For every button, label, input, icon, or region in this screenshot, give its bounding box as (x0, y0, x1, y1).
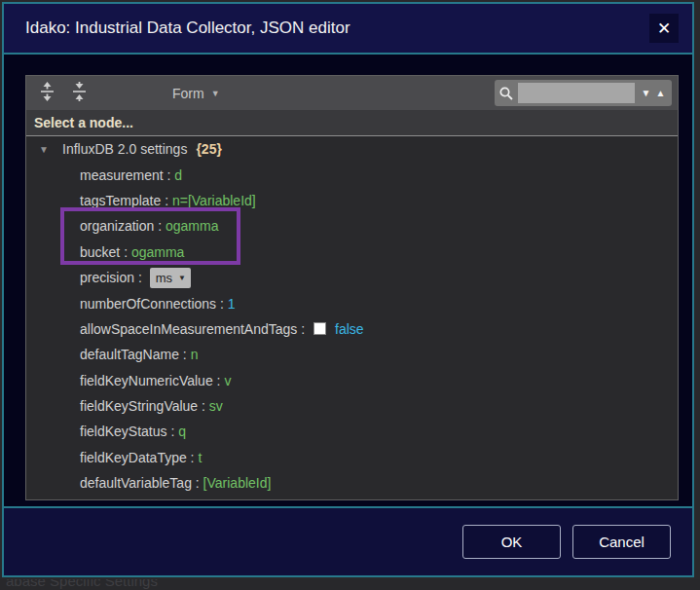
dialog-body: Form ▼ ▼ ▲ Select a node... (4, 55, 692, 508)
key-value-separator: : (297, 321, 309, 337)
key-value-separator: : (161, 193, 172, 208)
field-key: tagsTemplate (80, 193, 161, 208)
field-value[interactable]: false (335, 321, 364, 337)
tree-row-precision[interactable]: precision : ms▼ (26, 265, 678, 290)
expand-all-icon (40, 82, 55, 105)
key-value-separator: : (198, 398, 209, 414)
field-value[interactable]: q (178, 424, 186, 439)
editor-toolbar: Form ▼ ▼ ▲ (26, 76, 678, 110)
tree-rows: measurement : dtagsTemplate : n=[Variabl… (26, 162, 678, 496)
search-icon (498, 86, 514, 101)
search-input[interactable] (518, 83, 635, 103)
tree-root-label: InfluxDB 2.0 settings (62, 141, 187, 157)
dialog-footer: OK Cancel (4, 508, 692, 575)
status-text: Select a node... (34, 115, 133, 130)
field-key: defaultVariableTag (80, 475, 192, 491)
chevron-down-icon: ▼ (178, 274, 186, 282)
field-value[interactable]: n (191, 347, 199, 362)
tree-row-fieldKeyDataType[interactable]: fieldKeyDataType : t (26, 445, 678, 470)
collapse-triangle-icon[interactable]: ▼ (39, 144, 52, 155)
field-value[interactable]: sv (209, 398, 223, 414)
allowSpaceInMeasurementAndTags-checkbox[interactable] (313, 322, 326, 335)
search-previous-button[interactable]: ▲ (653, 88, 668, 98)
tree-row-organization[interactable]: organization : ogamma (26, 213, 678, 239)
field-key: fieldKeyStringValue (80, 398, 198, 414)
cancel-button[interactable]: Cancel (572, 525, 671, 559)
field-value[interactable]: v (224, 373, 231, 388)
tree-row-measurement[interactable]: measurement : d (26, 162, 678, 187)
mode-dropdown-label: Form (172, 86, 204, 101)
json-editor-dialog: Idako: Industrial Data Collector, JSON e… (2, 2, 694, 577)
status-bar: Select a node... (26, 110, 678, 136)
selected-value: ms (156, 271, 172, 285)
field-value[interactable]: [VariableId] (203, 475, 272, 491)
tree-row-tagsTemplate[interactable]: tagsTemplate : n=[VariableId] (26, 188, 678, 213)
key-value-separator: : (154, 218, 166, 234)
json-editor: Form ▼ ▼ ▲ Select a node... (25, 75, 679, 500)
key-value-separator: : (213, 373, 225, 388)
search-next-button[interactable]: ▼ (639, 88, 653, 98)
field-value[interactable]: ogamma (166, 218, 218, 234)
json-tree: ▼ InfluxDB 2.0 settings {25} measurement… (26, 136, 678, 499)
search-box: ▼ ▲ (495, 80, 672, 106)
field-key: allowSpaceInMeasurementAndTags (80, 321, 297, 337)
field-key: fieldKeyDataType (80, 450, 187, 465)
tree-row-fieldKeyStringValue[interactable]: fieldKeyStringValue : sv (26, 393, 678, 419)
tree-root-count: {25} (196, 141, 221, 157)
tree-row-defaultTagName[interactable]: defaultTagName : n (26, 342, 678, 367)
key-value-separator: : (167, 424, 179, 439)
key-value-separator: : (120, 244, 131, 260)
collapse-all-button[interactable] (67, 80, 91, 107)
field-key: measurement (80, 167, 164, 183)
tree-row-defaultVariableTag[interactable]: defaultVariableTag : [VariableId] (26, 470, 678, 496)
field-key: fieldKeyStatus (80, 424, 167, 439)
field-key: fieldKeyNumericValue (80, 373, 213, 388)
dialog-title: Idako: Industrial Data Collector, JSON e… (4, 18, 350, 38)
field-value[interactable]: ogamma (131, 244, 184, 260)
background-text: abase Specific Settings (6, 579, 158, 589)
field-value[interactable]: 1 (228, 296, 236, 312)
tree-row-fieldKeyNumericValue[interactable]: fieldKeyNumericValue : v (26, 368, 678, 393)
tree-row-bucket[interactable]: bucket : ogamma (26, 240, 678, 265)
chevron-down-icon: ▼ (211, 89, 220, 98)
key-value-separator: : (187, 450, 199, 465)
key-value-separator: : (134, 270, 146, 285)
close-icon: ✕ (657, 18, 671, 39)
field-key: precision (80, 270, 134, 285)
dialog-titlebar: Idako: Industrial Data Collector, JSON e… (4, 4, 692, 55)
field-key: bucket (80, 244, 120, 260)
key-value-separator: : (216, 296, 228, 312)
field-key: numberOfConnections (80, 296, 216, 312)
precision-select[interactable]: ms▼ (150, 268, 191, 288)
mode-dropdown[interactable]: Form ▼ (172, 76, 220, 110)
field-key: organization (80, 218, 154, 234)
tree-row-fieldKeyStatus[interactable]: fieldKeyStatus : q (26, 419, 678, 444)
field-value[interactable]: t (198, 450, 202, 465)
key-value-separator: : (164, 167, 175, 183)
expand-all-button[interactable] (35, 80, 58, 107)
collapse-all-icon (72, 82, 87, 105)
tree-row-numberOfConnections[interactable]: numberOfConnections : 1 (26, 290, 678, 315)
tree-root-row[interactable]: ▼ InfluxDB 2.0 settings {25} (26, 136, 678, 162)
field-value[interactable]: d (174, 167, 182, 183)
ok-button[interactable]: OK (462, 525, 561, 559)
key-value-separator: : (192, 475, 203, 491)
tree-row-allowSpaceInMeasurementAndTags[interactable]: allowSpaceInMeasurementAndTags : false (26, 316, 678, 342)
field-key: defaultTagName (80, 347, 179, 362)
close-button[interactable]: ✕ (649, 14, 679, 43)
field-value[interactable]: n=[VariableId] (172, 193, 256, 208)
background-window: abase Specific Settings (0, 579, 700, 590)
key-value-separator: : (179, 347, 191, 362)
